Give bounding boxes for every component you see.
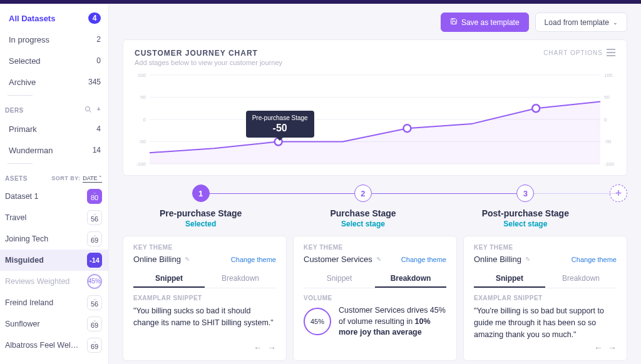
stage-status[interactable]: Select stage: [448, 220, 603, 228]
snippet-text: "You're billing is so bad but support to…: [474, 305, 617, 340]
dataset-item[interactable]: Albatross Feel Welcome L.. ⌄69: [0, 335, 108, 356]
sidebar-section-datasets: ASETS SORT BY: DATE ˅: [0, 165, 108, 186]
card-tabs: Snippet Breakdown: [304, 270, 446, 288]
body-label: EXAMPLAR SNIPPET: [133, 295, 276, 301]
stage-number[interactable]: 1: [192, 185, 210, 202]
stage-card: KEY THEME Online Billing ✎ Change theme …: [123, 236, 287, 361]
next-arrow-icon[interactable]: →: [267, 343, 276, 353]
prev-arrow-icon[interactable]: ←: [594, 343, 603, 353]
stage-title: Post-purchase Stage: [448, 208, 603, 218]
main-header: Save as template Load from template ⌄: [123, 13, 627, 32]
folder-label: Wunderman: [9, 146, 53, 155]
dataset-item[interactable]: Dataset 1 ⌄80: [0, 186, 108, 207]
dataset-item[interactable]: Sunflower ⌄69: [0, 313, 108, 335]
dataset-label: Albatross Feel Welcome L..: [5, 341, 80, 350]
dataset-badge: -14: [87, 253, 102, 268]
svg-text:-50: -50: [138, 139, 146, 144]
save-template-button[interactable]: Save as template: [441, 13, 529, 32]
stage-number[interactable]: 2: [354, 185, 372, 202]
stage-cards-row: KEY THEME Online Billing ✎ Change theme …: [123, 236, 627, 361]
edit-icon[interactable]: ✎: [376, 256, 381, 263]
svg-text:100: 100: [138, 73, 146, 78]
tab-snippet[interactable]: Snippet: [133, 270, 205, 288]
dataset-badge: ⌄80: [87, 189, 102, 204]
stage-column: 3 Post-purchase Stage Select stage: [448, 185, 603, 228]
folder-count: 4: [96, 124, 101, 133]
divider: [8, 163, 33, 164]
chart-title: CUSTOMER JOURNEY CHART: [135, 49, 282, 58]
sort-label: SORT BY:: [51, 175, 80, 181]
dataset-item[interactable]: Freind Ireland ⌄56: [0, 292, 108, 313]
sidebar-status-count: 2: [96, 35, 101, 44]
tab-snippet[interactable]: Snippet: [474, 270, 545, 288]
dataset-item[interactable]: Misguided -14: [0, 250, 108, 271]
next-arrow-icon[interactable]: →: [608, 343, 617, 353]
change-theme-link[interactable]: Change theme: [401, 256, 446, 263]
dataset-badge: ⌄69: [87, 316, 102, 331]
sidebar-folder-wunderman[interactable]: Wunderman 14: [0, 139, 108, 161]
button-label: Save as template: [461, 18, 520, 27]
svg-point-0: [85, 107, 90, 111]
svg-text:0: 0: [143, 117, 146, 123]
tab-breakdown[interactable]: Breakdown: [375, 270, 446, 288]
theme-title: Customer Services ✎: [304, 255, 381, 264]
stage-title: Purchase Stage: [285, 208, 441, 218]
chart-options-button[interactable]: CHART OPTIONS: [543, 49, 615, 56]
svg-point-17: [275, 138, 282, 146]
search-icon[interactable]: [85, 106, 92, 114]
sidebar-status-inprogress[interactable]: In progress 2: [0, 29, 108, 50]
prev-arrow-icon[interactable]: ←: [254, 343, 262, 353]
section-label: ASETS: [5, 175, 28, 182]
dataset-badge: ⌄69: [87, 338, 102, 353]
sidebar-folder-primark[interactable]: Primark 4: [0, 118, 108, 139]
sidebar-status-all[interactable]: All Datasets 4: [0, 8, 108, 29]
dataset-badge: ⌄69: [87, 231, 102, 246]
stage-status[interactable]: Select stage: [285, 220, 441, 228]
sort-value[interactable]: DATE ˅: [83, 175, 102, 183]
load-template-button[interactable]: Load from template ⌄: [535, 13, 627, 32]
volume-row: 45% Customer Services drives 45% of volu…: [304, 305, 446, 338]
svg-text:0: 0: [604, 117, 607, 123]
sidebar-status-selected[interactable]: Selected 0: [0, 50, 108, 71]
key-theme-label: KEY THEME: [304, 244, 446, 251]
key-theme-label: KEY THEME: [133, 244, 276, 251]
chart-area: -100-100-50-50005050100100 Pre-purchase …: [135, 73, 615, 166]
tab-breakdown[interactable]: Breakdown: [205, 270, 276, 288]
divider: [8, 95, 33, 96]
svg-point-19: [532, 104, 540, 112]
sidebar-status-archive[interactable]: Archive 345: [0, 71, 108, 93]
sidebar-status-count: 4: [88, 13, 101, 24]
save-icon: [450, 18, 458, 27]
edit-icon[interactable]: ✎: [525, 256, 530, 263]
volume-text: Customer Services drives 45% of volume r…: [339, 305, 446, 338]
stage-column: 2 Purchase Stage Select stage: [285, 185, 441, 228]
add-icon[interactable]: +: [97, 106, 101, 114]
sidebar-status-label: In progress: [9, 35, 49, 44]
dataset-item[interactable]: Reviews Weighted 45%: [0, 271, 108, 292]
change-theme-link[interactable]: Change theme: [231, 256, 276, 263]
sidebar-status-label: Selected: [9, 56, 41, 66]
stage-number[interactable]: 3: [516, 185, 534, 202]
tab-snippet[interactable]: Snippet: [304, 270, 375, 288]
dataset-item[interactable]: Travel ⌄56: [0, 207, 108, 228]
key-theme-label: KEY THEME: [474, 244, 617, 251]
sidebar-section-folders: DERS +: [0, 102, 108, 118]
dataset-label: Travel: [5, 213, 26, 222]
theme-title: Online Billing ✎: [474, 255, 530, 264]
change-theme-link[interactable]: Change theme: [572, 256, 617, 263]
theme-title: Online Billing ✎: [133, 255, 190, 264]
tab-breakdown[interactable]: Breakdown: [545, 270, 617, 288]
dataset-item[interactable]: Joining Tech ⌄69: [0, 228, 108, 250]
svg-text:100: 100: [604, 73, 613, 78]
stages-header: 1 Pre-purchase Stage Selected 2 Purchase…: [123, 185, 627, 228]
stage-status[interactable]: Selected: [123, 220, 279, 228]
stage-column: 1 Pre-purchase Stage Selected: [123, 185, 279, 228]
stage-card: KEY THEME Customer Services ✎ Change the…: [293, 236, 457, 361]
chart-card: CUSTOMER JOURNEY CHART Add stages below …: [123, 39, 627, 176]
section-label: DERS: [5, 107, 24, 114]
card-tabs: Snippet Breakdown: [133, 270, 276, 288]
snippet-text: "You billing sucks so bad it should chan…: [133, 305, 276, 329]
edit-icon[interactable]: ✎: [185, 256, 190, 263]
chart-options-label: CHART OPTIONS: [543, 49, 603, 56]
main-content: Save as template Load from template ⌄ CU…: [109, 4, 641, 364]
